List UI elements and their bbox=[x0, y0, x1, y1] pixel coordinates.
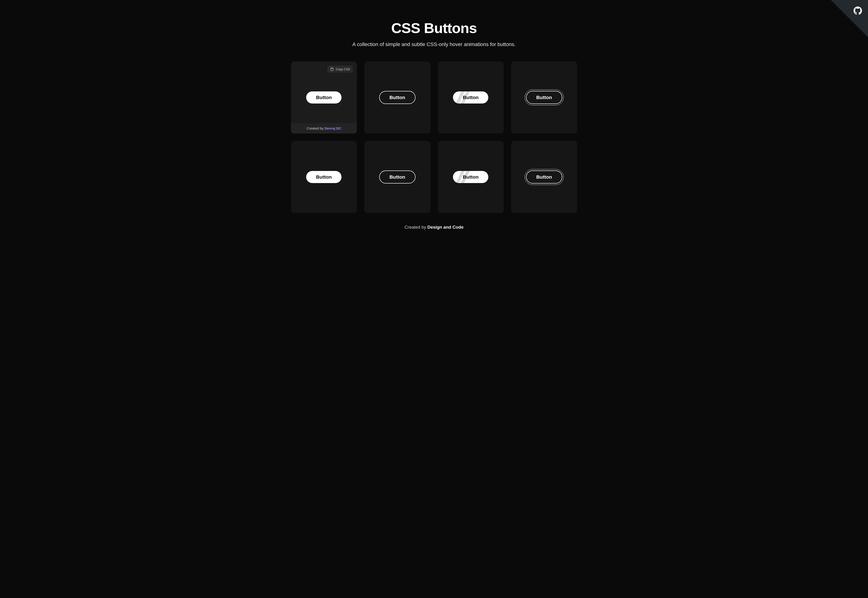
demo-button-outline[interactable]: Button bbox=[379, 91, 416, 104]
copy-css-button[interactable]: Copy CSS bbox=[327, 66, 353, 73]
demo-button-stripe-label: Button bbox=[463, 95, 479, 100]
github-icon bbox=[854, 6, 862, 15]
demo-button-double-outline[interactable]: Button bbox=[526, 170, 562, 184]
page-footer: Created by Design and Code bbox=[0, 213, 868, 239]
button-card[interactable]: Copy CSS Button Created by Devraj DC bbox=[291, 61, 357, 133]
button-card[interactable]: Button bbox=[438, 61, 504, 133]
created-by-label: Created by bbox=[307, 126, 325, 130]
button-card[interactable]: Button bbox=[511, 141, 577, 213]
copy-css-label: Copy CSS bbox=[336, 67, 350, 71]
buttons-grid: Copy CSS Button Created by Devraj DC But… bbox=[277, 61, 591, 213]
demo-button-outline[interactable]: Button bbox=[379, 170, 416, 184]
footer-brand-link[interactable]: Design and Code bbox=[427, 225, 464, 230]
footer-created-label: Created by bbox=[404, 225, 427, 230]
button-card[interactable]: Button bbox=[438, 141, 504, 213]
card-footer: Created by Devraj DC bbox=[291, 123, 357, 133]
clipboard-icon bbox=[330, 67, 334, 71]
github-corner-link[interactable] bbox=[831, 0, 868, 37]
page-subtitle: A collection of simple and subtle CSS-on… bbox=[0, 41, 868, 48]
demo-button-solid[interactable]: Button bbox=[306, 91, 341, 103]
button-card[interactable]: Button bbox=[364, 61, 430, 133]
button-card[interactable]: Button bbox=[511, 61, 577, 133]
demo-button-stripe[interactable]: Button bbox=[453, 91, 488, 103]
author-link[interactable]: Devraj DC bbox=[325, 126, 341, 130]
demo-button-double-outline[interactable]: Button bbox=[526, 91, 562, 104]
svg-rect-0 bbox=[332, 68, 333, 69]
demo-button-solid[interactable]: Button bbox=[306, 171, 341, 183]
button-card[interactable]: Button bbox=[291, 141, 357, 213]
demo-button-stripe-label: Button bbox=[463, 174, 479, 179]
page-title: CSS Buttons bbox=[0, 20, 868, 36]
demo-button-stripe[interactable]: Button bbox=[453, 171, 488, 183]
page-header: CSS Buttons A collection of simple and s… bbox=[0, 0, 868, 61]
button-card[interactable]: Button bbox=[364, 141, 430, 213]
